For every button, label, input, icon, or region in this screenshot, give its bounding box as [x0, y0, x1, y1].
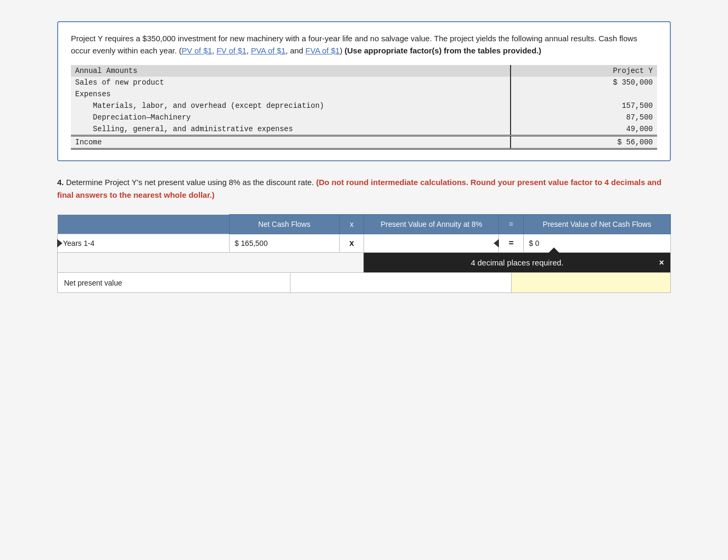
selling-label: Selling, general, and administrative exp… — [71, 123, 511, 136]
tooltip-spacer — [58, 253, 364, 272]
header-value: Project Y — [511, 65, 657, 77]
materials-label: Materials, labor, and overhead (except d… — [71, 100, 511, 112]
cash-flow-cell: $ 165,500 — [229, 234, 340, 253]
sales-label: Sales of new product — [71, 77, 511, 88]
expenses-value — [511, 88, 657, 100]
fv-link[interactable]: FV of $1 — [216, 46, 247, 55]
right-triangle-icon — [494, 239, 499, 247]
years-1-4-row: Years 1-4 $ 165,500 x — [58, 234, 671, 253]
tooltip-close-button[interactable]: × — [659, 258, 664, 268]
question-main-text: Determine Project Y's net present value … — [66, 178, 316, 187]
left-triangle-icon — [57, 239, 62, 247]
materials-value: 157,500 — [511, 100, 657, 112]
pv-annuity-input[interactable] — [369, 239, 493, 247]
page-container: Project Y requires a $350,000 investment… — [47, 11, 681, 304]
net-present-value-label: Net present value — [58, 273, 290, 292]
tooltip-message: 4 decimal places required. × — [364, 253, 670, 272]
equals-operator-header: = — [499, 215, 523, 234]
net-present-value-input-cell[interactable] — [511, 273, 670, 292]
income-row: Income $ 56,000 — [71, 136, 657, 149]
x-operator-cell: x — [340, 234, 364, 253]
selling-value: 49,000 — [511, 123, 657, 136]
x-operator-header: x — [340, 215, 364, 234]
pv-link[interactable]: PV of $1 — [181, 46, 212, 55]
table-row: Expenses — [71, 88, 657, 100]
table-row: Selling, general, and administrative exp… — [71, 123, 657, 136]
table-header-row: Annual Amounts Project Y — [71, 65, 657, 77]
header-label: Annual Amounts — [71, 65, 511, 77]
question-number: 4. — [57, 178, 64, 187]
fva-link[interactable]: FVA of $1 — [305, 46, 340, 55]
tooltip-row-wrapper: 4 decimal places required. × — [57, 253, 671, 273]
intro-paragraph: Project Y requires a $350,000 investment… — [71, 33, 657, 57]
years-label: Years 1-4 — [58, 234, 230, 253]
tooltip-arrow-icon — [549, 247, 559, 253]
question-section: 4. Determine Project Y's net present val… — [57, 176, 671, 201]
pv-dollar: $ — [529, 239, 533, 247]
pv-annuity-header: Present Value of Annuity at 8% — [364, 215, 499, 234]
empty-header — [58, 215, 230, 234]
pv-result-cell: $ 0 — [523, 234, 670, 253]
net-present-value-input[interactable] — [518, 279, 664, 287]
npv-header-row: Net Cash Flows x Present Value of Annuit… — [58, 215, 671, 234]
net-present-value-row: Net present value — [57, 273, 671, 293]
npv-calculation-table: Net Cash Flows x Present Value of Annuit… — [57, 214, 671, 253]
pv-net-cash-flows-header: Present Value of Net Cash Flows — [523, 215, 670, 234]
income-value: $ 56,000 — [511, 136, 657, 149]
years-label-text: Years 1-4 — [63, 239, 94, 247]
pv-annuity-input-cell[interactable] — [364, 234, 499, 253]
equals-operator-cell: = — [499, 234, 523, 253]
depreciation-label: Depreciation—Machinery — [71, 112, 511, 123]
pva-link[interactable]: PVA of $1 — [251, 46, 286, 55]
cash-flow-value: 165,500 — [241, 239, 268, 247]
npv-table-wrapper: Net Cash Flows x Present Value of Annuit… — [57, 214, 671, 293]
pv-value: 0 — [535, 239, 540, 247]
sales-value: $ 350,000 — [511, 77, 657, 88]
cash-flow-dollar: $ — [235, 239, 239, 247]
tooltip-text: 4 decimal places required. — [471, 258, 563, 267]
tooltip-content: 4 decimal places required. × — [364, 253, 670, 272]
income-label: Income — [71, 136, 511, 149]
info-box: Project Y requires a $350,000 investment… — [57, 21, 671, 161]
use-tables-text: (Use appropriate factor(s) from the tabl… — [344, 46, 541, 55]
table-row: Depreciation—Machinery 87,500 — [71, 112, 657, 123]
question-paragraph: 4. Determine Project Y's net present val… — [57, 176, 671, 201]
depreciation-value: 87,500 — [511, 112, 657, 123]
annual-table: Annual Amounts Project Y Sales of new pr… — [71, 65, 657, 150]
expenses-label: Expenses — [71, 88, 511, 100]
tooltip-container: 4 decimal places required. × — [57, 253, 671, 273]
table-row: Sales of new product $ 350,000 — [71, 77, 657, 88]
net-cash-flows-header: Net Cash Flows — [229, 215, 340, 234]
table-row: Materials, labor, and overhead (except d… — [71, 100, 657, 112]
